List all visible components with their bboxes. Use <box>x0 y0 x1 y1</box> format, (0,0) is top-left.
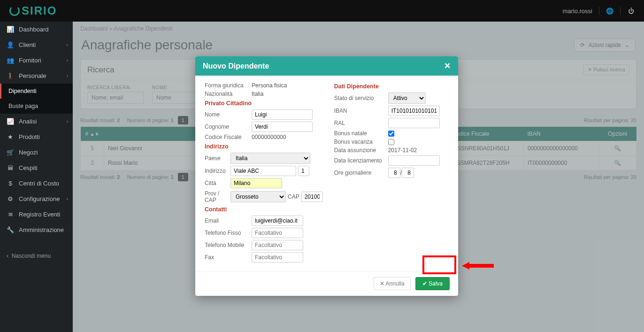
close-icon[interactable]: ✕ <box>444 61 451 71</box>
chevron-right-icon: › <box>67 119 68 124</box>
ral-input[interactable] <box>388 118 440 128</box>
person-icon: 🚶 <box>7 72 14 79</box>
sidebar-item-clienti[interactable]: 👤Clienti› <box>0 37 73 53</box>
user-name[interactable]: mario.rossi <box>562 8 592 15</box>
cap-input[interactable] <box>301 192 323 202</box>
hide-menu[interactable]: ‹ Nascondi menu <box>0 248 73 264</box>
section-privato: Privato Cittadino <box>205 100 323 107</box>
telfisso-input[interactable] <box>252 228 303 238</box>
sidebar-item-centri[interactable]: $Centri di Costo <box>0 176 73 191</box>
sidebar-item-analisi[interactable]: 📈Analisi› <box>0 114 73 129</box>
dollar-icon: $ <box>7 180 14 187</box>
bonus-natale-checkbox[interactable] <box>388 131 394 137</box>
nome-input[interactable] <box>252 109 313 120</box>
stato-select[interactable]: Attivo <box>388 93 426 104</box>
user-icon: 👤 <box>7 41 14 48</box>
chevron-right-icon: › <box>67 58 68 63</box>
prov-select[interactable]: Grosseto <box>230 191 286 202</box>
rss-icon: ≋ <box>7 211 14 218</box>
sidebar-item-fornitori[interactable]: 👥Fornitori› <box>0 53 73 68</box>
data-lic-input[interactable] <box>388 155 440 166</box>
sidebar-item-prodotti[interactable]: ★Prodotti <box>0 129 73 145</box>
iban-input[interactable] <box>388 106 440 116</box>
civico-input[interactable] <box>298 166 309 176</box>
topbar: SIRIO mario.rossi 🌐 ⏻ <box>0 0 644 22</box>
logo: SIRIO <box>9 4 57 17</box>
gear-icon: ⚙ <box>7 195 14 202</box>
star-icon: ★ <box>7 133 14 140</box>
modal-nuovo-dipendente: Nuovo Dipendente ✕ Forma giuridicaPerson… <box>195 56 458 296</box>
sidebar-item-cespiti[interactable]: 🏛Cespiti <box>0 160 73 176</box>
section-indirizzo: Indirizzo <box>205 143 323 150</box>
section-contatti: Contatti <box>205 206 323 213</box>
sidebar-sub-personale: Dipendenti Buste paga <box>0 84 73 114</box>
annotation-arrow <box>462 261 495 270</box>
dashboard-icon: 📊 <box>7 26 14 33</box>
sidebar-item-personale[interactable]: 🚶Personale› <box>0 68 73 84</box>
paese-select[interactable]: Italia <box>230 153 310 164</box>
save-button[interactable]: ✔ Salva <box>415 277 450 290</box>
cancel-button[interactable]: ✕ Annulla <box>374 277 411 290</box>
svg-marker-0 <box>462 262 494 270</box>
bank-icon: 🏛 <box>7 164 14 171</box>
chevron-right-icon: › <box>67 73 68 78</box>
cart-icon: 🛒 <box>7 149 14 156</box>
citta-input[interactable] <box>230 178 282 188</box>
topbar-right: mario.rossi 🌐 ⏻ <box>562 7 635 15</box>
logo-icon <box>9 6 20 16</box>
telmobile-input[interactable] <box>252 240 303 250</box>
sidebar-item-admin[interactable]: 🔧Amministrazione <box>0 222 73 238</box>
chart-icon: 📈 <box>7 118 14 125</box>
indirizzo-input[interactable] <box>230 166 296 176</box>
users-icon: 👥 <box>7 57 14 64</box>
ore-a-input[interactable] <box>388 168 400 178</box>
fax-input[interactable] <box>252 252 303 263</box>
cognome-input[interactable] <box>252 122 313 132</box>
sidebar-sub-dipendenti[interactable]: Dipendenti <box>0 84 73 99</box>
sidebar-item-registro[interactable]: ≋Registro Eventi <box>0 207 73 222</box>
logo-text: SIRIO <box>22 4 57 17</box>
modal-title: Nuovo Dipendente <box>203 62 269 70</box>
chevron-right-icon: › <box>67 196 68 201</box>
globe-icon[interactable]: 🌐 <box>606 8 613 15</box>
sidebar-item-dashboard[interactable]: 📊Dashboard <box>0 22 73 37</box>
email-input[interactable] <box>252 216 303 226</box>
sidebar-item-negozi[interactable]: 🛒Negozi <box>0 145 73 160</box>
sidebar: 📊Dashboard 👤Clienti› 👥Fornitori› 🚶Person… <box>0 22 73 332</box>
sidebar-sub-buste[interactable]: Buste paga <box>0 99 73 114</box>
section-dati-dipendente: Dati Dipendente <box>334 83 449 90</box>
chevron-right-icon: › <box>67 42 68 47</box>
ore-b-input[interactable] <box>402 168 414 178</box>
wrench-icon: 🔧 <box>7 226 14 233</box>
sidebar-item-config[interactable]: ⚙Configurazione› <box>0 191 73 207</box>
power-icon[interactable]: ⏻ <box>627 8 635 15</box>
bonus-vacanza-checkbox[interactable] <box>388 139 394 145</box>
chevron-left-icon: ‹ <box>7 253 8 259</box>
